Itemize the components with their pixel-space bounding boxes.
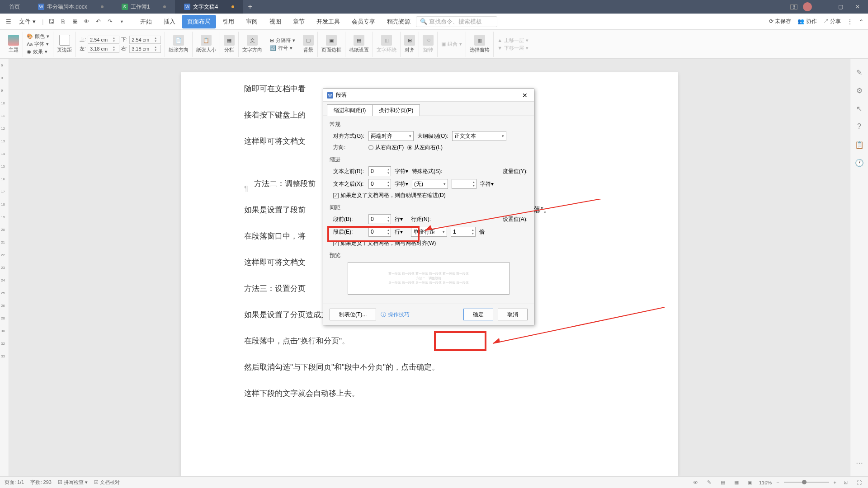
share-button[interactable]: ↗ 分享	[823, 18, 841, 25]
dialog-close-button[interactable]: ✕	[519, 90, 530, 101]
text-direction-button[interactable]: 文文字方向	[242, 35, 262, 53]
paragraph[interactable]: 在段落中，点击"换行和分页"。	[244, 333, 615, 349]
orientation-button[interactable]: 📄纸张方向	[169, 35, 189, 53]
minimize-button[interactable]: —	[817, 1, 829, 13]
measure-input[interactable]: ▲▼	[452, 179, 476, 189]
tab-add-button[interactable]: +	[243, 3, 257, 11]
tab-member[interactable]: 会员专享	[346, 15, 381, 28]
cursor-icon[interactable]: ↖	[855, 104, 864, 113]
tabs-button[interactable]: 制表位(T)...	[330, 309, 376, 320]
before-para-input[interactable]: 0▲▼	[368, 214, 391, 224]
tab-sheet1[interactable]: S工作簿1	[113, 0, 175, 14]
unsaved-indicator[interactable]: ⟳ 未保存	[769, 18, 791, 25]
tab-insert[interactable]: 插入	[158, 15, 181, 28]
save-icon[interactable]: 🖫	[47, 18, 55, 26]
tab-line-page-breaks[interactable]: 换行和分页(P)	[372, 104, 420, 116]
redo-icon[interactable]: ↷	[106, 18, 114, 26]
maximize-button[interactable]: ▢	[835, 1, 846, 13]
manuscript-button[interactable]: ▤稿纸设置	[349, 35, 369, 53]
after-text-input[interactable]: 0▲▼	[368, 179, 391, 189]
help-icon[interactable]: ?	[855, 122, 864, 131]
file-menu[interactable]: 文件 ▾	[16, 17, 38, 27]
ok-button[interactable]: 确定	[463, 309, 493, 320]
snap-grid-checkbox[interactable]: ✓如果定义了文档网格，则与网格对齐(W)	[333, 239, 436, 247]
avatar[interactable]	[803, 2, 812, 11]
tips-link[interactable]: ⓘ 操作技巧	[381, 311, 409, 319]
breaks-button[interactable]: ⊟ 分隔符 ▾	[270, 37, 295, 44]
view-outline-icon[interactable]: ▦	[732, 478, 741, 487]
outline-combo[interactable]: 正文文本	[452, 131, 506, 141]
before-text-input[interactable]: 0▲▼	[368, 166, 391, 176]
notification-badge[interactable]: 3	[790, 4, 797, 10]
spell-check[interactable]: ☑ 拼写检查 ▾	[58, 479, 88, 486]
dialog-titlebar[interactable]: W 段落 ✕	[323, 89, 534, 102]
ltr-radio[interactable]: 从左向右(L)	[407, 144, 443, 151]
tab-view[interactable]: 视图	[264, 15, 287, 28]
size-button[interactable]: 📋纸张大小	[196, 35, 216, 53]
special-combo[interactable]: (无)	[412, 179, 448, 189]
zoom-in-button[interactable]: +	[834, 480, 836, 485]
tab-references[interactable]: 引用	[217, 15, 240, 28]
export-icon[interactable]: ⎘	[59, 18, 67, 26]
setting-input[interactable]: 1▲▼	[451, 227, 476, 237]
fit-icon[interactable]: ⊡	[841, 478, 850, 487]
tab-indent-spacing[interactable]: 缩进和间距(I)	[327, 104, 373, 116]
vertical-ruler[interactable]: 6891011121314151617181920212223242526283…	[0, 59, 9, 476]
view-page-icon[interactable]: ▤	[718, 478, 727, 487]
qat-dropdown[interactable]: ▼	[118, 18, 126, 26]
view-web-icon[interactable]: ▣	[745, 478, 755, 487]
tab-docer[interactable]: 稻壳资源	[382, 15, 416, 28]
clock-icon[interactable]: 🕐	[855, 158, 864, 167]
search-input[interactable]: 🔍 查找命令、搜索模板	[416, 16, 497, 27]
tab-home[interactable]: 首页	[0, 0, 29, 14]
tab-doc1[interactable]: W零分猫脚本.docx	[29, 0, 113, 14]
clipboard-icon[interactable]: 📋	[855, 140, 864, 149]
columns-button[interactable]: ▦分栏	[224, 35, 235, 53]
margin-left-input[interactable]: 3.18 cm▲▼	[88, 45, 119, 53]
cancel-button[interactable]: 取消	[498, 309, 528, 320]
margin-bottom-input[interactable]: 2.54 cm▲▼	[129, 36, 161, 44]
line-spacing-combo[interactable]: 单倍行距	[411, 227, 447, 237]
margin-top-input[interactable]: 2.54 cm▲▼	[88, 36, 119, 44]
rtl-radio[interactable]: 从右向左(F)	[368, 144, 404, 151]
tab-doc2[interactable]: W文字文稿4	[175, 0, 243, 14]
view-brush-icon[interactable]: ✎	[705, 478, 714, 487]
align-button[interactable]: ⊞对齐	[404, 35, 415, 53]
line-number-button[interactable]: 🔢 行号 ▾	[270, 44, 292, 52]
undo-icon[interactable]: ↶	[94, 18, 102, 26]
color-button[interactable]: 🎨 颜色 ▾	[27, 33, 49, 40]
zoom-slider[interactable]	[784, 482, 829, 483]
print-icon[interactable]: 🖶	[71, 18, 79, 26]
zoom-value[interactable]: 110%	[759, 480, 772, 485]
proofing[interactable]: ☑ 文档校对	[94, 479, 120, 486]
tab-start[interactable]: 开始	[135, 15, 157, 28]
view-eye-icon[interactable]: 👁	[691, 478, 700, 487]
alignment-combo[interactable]: 两端对齐	[368, 131, 414, 141]
paragraph[interactable]: 然后取消勾选"与下段同页"和"段中不分页"的，点击确定。	[244, 360, 615, 375]
border-button[interactable]: ▣页面边框	[321, 35, 341, 53]
zoom-out-button[interactable]: −	[776, 480, 779, 485]
tab-chapter[interactable]: 章节	[288, 15, 310, 28]
margins-button[interactable]: 页边距	[57, 35, 72, 53]
more-icon[interactable]: ⋮	[847, 19, 853, 25]
effect-button[interactable]: ◉ 效果 ▾	[27, 48, 47, 56]
margin-right-input[interactable]: 3.18 cm▲▼	[129, 45, 161, 53]
preview-icon[interactable]: 👁	[82, 18, 90, 26]
collapse-ribbon-icon[interactable]: ⌃	[859, 19, 863, 25]
page-indicator[interactable]: 页面: 1/1	[5, 479, 24, 486]
select-pane-button[interactable]: ▥选择窗格	[470, 35, 490, 53]
more-tools-icon[interactable]: ⋯	[855, 458, 864, 467]
tab-dev[interactable]: 开发工具	[311, 15, 345, 28]
fullscreen-icon[interactable]: ⛶	[854, 478, 863, 487]
tab-page-layout[interactable]: 页面布局	[182, 15, 216, 28]
collab-button[interactable]: 👥 协作	[797, 18, 816, 25]
font-button[interactable]: Aa 字体 ▾	[27, 40, 49, 48]
tab-review[interactable]: 审阅	[241, 15, 263, 28]
word-count[interactable]: 字数: 293	[30, 479, 51, 486]
auto-adjust-checkbox[interactable]: ✓如果定义了文档网格，则自动调整右缩进(D)	[333, 192, 446, 199]
pencil-icon[interactable]: ✎	[855, 68, 864, 77]
theme-button[interactable]: 主题	[8, 35, 19, 53]
settings-icon[interactable]: ⚙	[855, 86, 864, 95]
background-button[interactable]: ▢背景	[303, 35, 314, 53]
paragraph[interactable]: 这样下段的文字就会自动移上去。	[244, 386, 615, 401]
